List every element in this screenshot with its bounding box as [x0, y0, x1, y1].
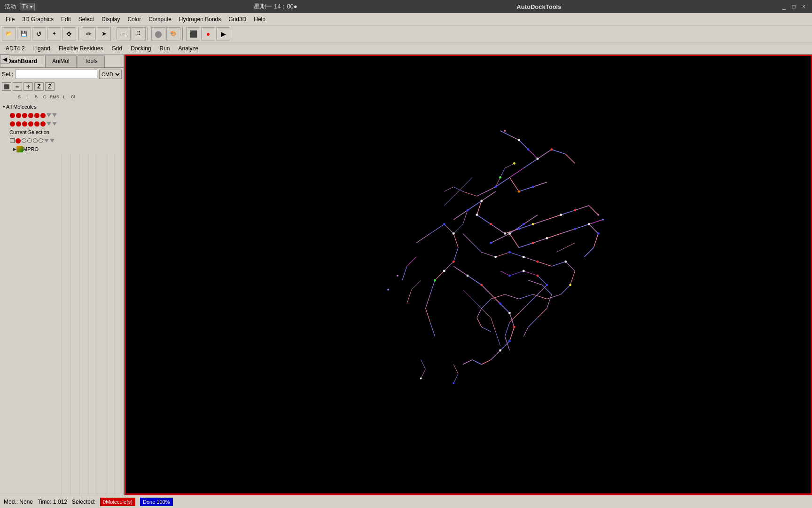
- line-button[interactable]: ≡: [117, 27, 131, 40]
- crosshair-icon[interactable]: ✛: [23, 82, 33, 91]
- tri-down-4[interactable]: [52, 122, 57, 126]
- shape-dot-1[interactable]: [16, 138, 21, 143]
- dot-sel-5[interactable]: [34, 121, 39, 127]
- z-icon[interactable]: Z: [45, 82, 55, 91]
- all-molecules-row[interactable]: ▼ All Molecules: [0, 103, 124, 111]
- adt-grid[interactable]: Grid: [108, 44, 126, 53]
- move-button[interactable]: ✥: [62, 27, 76, 40]
- dot-sel-3[interactable]: [22, 121, 27, 127]
- titlebar: 活动 Tk ▾ 星期一 14：00● AutoDockTools _ □ ×: [0, 0, 812, 13]
- dot-red-5[interactable]: [34, 113, 39, 118]
- pencil-icon[interactable]: ✏: [13, 82, 22, 91]
- adt-ligand[interactable]: Ligand: [30, 44, 54, 53]
- tab-tools[interactable]: Tools: [78, 56, 105, 67]
- main-content: ◀ DashBoard AniMol Tools Sel.: CMD ⬛ ✏ ✛…: [0, 55, 812, 495]
- tri-down-2[interactable]: [52, 113, 57, 117]
- record-button[interactable]: ●: [201, 27, 215, 40]
- tri-down-6[interactable]: [50, 139, 55, 143]
- menu-item-hydrogen-bonds[interactable]: Hydrogen Bonds: [175, 15, 225, 24]
- 3d-viewport[interactable]: [125, 55, 812, 495]
- sphere-button[interactable]: ⬤: [151, 27, 165, 40]
- tab-animol[interactable]: AniMol: [45, 56, 77, 67]
- tri-down-3[interactable]: [47, 122, 51, 126]
- tri-down-5[interactable]: [44, 139, 49, 143]
- arrow-button[interactable]: ➤: [97, 27, 111, 40]
- dot-red-4[interactable]: [28, 113, 33, 118]
- svg-point-128: [499, 302, 501, 305]
- mpro-row[interactable]: ▶ MPRO: [11, 145, 124, 153]
- adt-flexible-residues[interactable]: Flexible Residues: [55, 44, 107, 53]
- pick-button[interactable]: ✏: [82, 27, 96, 40]
- svg-point-110: [518, 190, 520, 193]
- toolbar-sep-3: [148, 27, 149, 40]
- menu-item-display[interactable]: Display: [98, 15, 124, 24]
- menu-item-3d-graphics[interactable]: 3D Graphics: [18, 15, 57, 24]
- mpro-label: MPRO: [23, 146, 122, 152]
- save-button[interactable]: 💾: [17, 27, 31, 40]
- render-button[interactable]: ⬛: [186, 27, 200, 40]
- menu-item-file[interactable]: File: [2, 15, 18, 24]
- bold-z-icon[interactable]: Z: [34, 82, 44, 91]
- close-button[interactable]: ×: [800, 3, 807, 10]
- titlebar-center: 星期一 14：00●: [254, 2, 297, 11]
- mpro-expand-arrow[interactable]: ▶: [13, 147, 16, 151]
- svg-point-122: [574, 209, 576, 211]
- cmd-dropdown[interactable]: CMD: [99, 70, 122, 79]
- tri-down-1[interactable]: [47, 113, 51, 117]
- shape-circle-4[interactable]: [39, 138, 43, 143]
- adt-analyze[interactable]: Analyze: [175, 44, 203, 53]
- molecule-visualization: [126, 56, 811, 493]
- menu-item-edit[interactable]: Edit: [57, 15, 75, 24]
- menu-item-grid3d[interactable]: Grid3D: [225, 15, 250, 24]
- col-l2: L: [60, 95, 69, 99]
- dot-red-2[interactable]: [16, 113, 21, 118]
- menu-item-color[interactable]: Color: [124, 15, 145, 24]
- dot-red-3[interactable]: [22, 113, 27, 118]
- menu-item-select[interactable]: Select: [75, 15, 98, 24]
- adt-docking[interactable]: Docking: [127, 44, 155, 53]
- svg-point-177: [387, 289, 389, 291]
- dot-red-6[interactable]: [40, 113, 46, 118]
- svg-point-117: [476, 214, 478, 216]
- open-button[interactable]: 📂: [2, 27, 16, 40]
- svg-point-130: [513, 326, 515, 328]
- svg-point-173: [569, 284, 571, 286]
- minimize-button[interactable]: _: [781, 3, 788, 10]
- svg-point-105: [523, 223, 525, 225]
- select-all-icon[interactable]: ⬛: [2, 82, 11, 91]
- playback-button[interactable]: ▶: [216, 27, 230, 40]
- dot-red-1[interactable]: [10, 113, 15, 118]
- grid-panel: [0, 154, 124, 495]
- shape-sq[interactable]: [10, 138, 15, 143]
- sel-input[interactable]: [15, 70, 97, 79]
- dot-sel-4[interactable]: [28, 121, 33, 127]
- svg-point-170: [453, 382, 454, 384]
- svg-point-171: [532, 223, 534, 225]
- shape-circle-2[interactable]: [27, 138, 32, 143]
- svg-point-137: [453, 232, 455, 235]
- titlebar-left: 活动 Tk ▾: [5, 3, 35, 11]
- dots-button[interactable]: ⠿: [132, 27, 146, 40]
- adt-adt42[interactable]: ADT4.2: [2, 44, 29, 53]
- svg-point-124: [588, 223, 590, 225]
- svg-point-125: [597, 232, 600, 235]
- maximize-button[interactable]: □: [790, 3, 797, 10]
- dot-sel-6[interactable]: [40, 121, 46, 127]
- current-selection-row[interactable]: Current Selection: [8, 128, 124, 136]
- menubar: File3D GraphicsEditSelectDisplayColorCom…: [0, 13, 812, 25]
- dot-sel-2[interactable]: [16, 121, 21, 127]
- shape-circle-1[interactable]: [22, 138, 26, 143]
- adt-run[interactable]: Run: [156, 44, 173, 53]
- shape-circle-3[interactable]: [33, 138, 38, 143]
- menu-item-help[interactable]: Help: [250, 15, 269, 24]
- dot-sel-1[interactable]: [10, 121, 15, 127]
- mpro-icon: [16, 146, 23, 152]
- collapse-panel-button[interactable]: ◀: [0, 55, 9, 64]
- menu-item-compute[interactable]: Compute: [145, 15, 175, 24]
- svg-point-146: [494, 256, 497, 258]
- select-button[interactable]: ✦: [47, 27, 61, 40]
- expand-all-arrow[interactable]: ▼: [2, 104, 6, 109]
- rotate-button[interactable]: ↺: [32, 27, 46, 40]
- color-wheel-button[interactable]: 🎨: [166, 27, 180, 40]
- titlebar-controls[interactable]: _ □ ×: [781, 3, 807, 10]
